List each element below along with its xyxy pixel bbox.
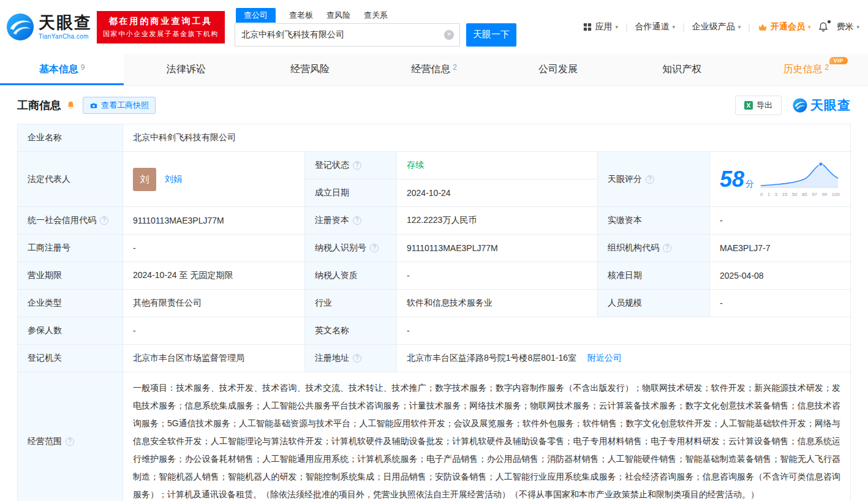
credit-code-label-cell: 统一社会信用代码? [18, 207, 123, 235]
paid-capital-value-cell: - [710, 207, 851, 235]
excel-icon [744, 101, 753, 110]
field-value: 软件和信息技术服务业 [407, 298, 492, 307]
help-icon[interactable]: ? [353, 161, 361, 170]
score-value: 58 [720, 167, 744, 192]
field-label: 行业 [315, 298, 332, 307]
paid-capital-label-cell: 实缴资本 [598, 207, 710, 235]
field-label: 实缴资本 [608, 215, 642, 225]
axis-tick: 50 [792, 192, 798, 197]
chevron-down-icon: ▾ [856, 24, 859, 30]
clear-icon[interactable]: × [444, 30, 454, 40]
help-icon[interactable]: ? [353, 354, 361, 363]
export-button[interactable]: 导出 [735, 96, 782, 115]
company-name-label-cell: 企业名称 [18, 124, 123, 152]
help-icon[interactable]: ? [100, 216, 108, 225]
notification-dot [828, 20, 831, 23]
status-badge: 存续 [407, 160, 424, 170]
bell-icon [818, 21, 829, 32]
brand-domain: TianYanCha.com [39, 33, 92, 40]
field-value: 北京市丰台区市场监督管理局 [133, 353, 244, 363]
tab-company-development[interactable]: 公司发展 [496, 54, 620, 85]
tab-label: 经营风险 [290, 63, 330, 76]
field-label: 法定代表人 [28, 174, 70, 184]
search-tab-company[interactable]: 查公司 [236, 8, 276, 23]
menu-partner[interactable]: 合作通道 ▾ [635, 21, 676, 32]
help-icon[interactable]: ? [646, 175, 654, 184]
reg-address-value-cell: 北京市丰台区益泽路8号院1号楼8层801-16室 附近公司 [397, 345, 851, 372]
score-value-cell[interactable]: 58分 0 1 3 15 [710, 152, 851, 207]
watermark-logo-text: 天眼查 [810, 97, 851, 114]
field-label: 参保人数 [28, 325, 62, 335]
search-tab-relation[interactable]: 查关系 [364, 8, 388, 23]
score-curve-chart: 0 1 3 15 50 85 97 99 100 [760, 161, 840, 197]
promo-banner: 都在用的商业查询工具 国家中小企业发展子基金旗下机构 [97, 11, 225, 43]
company-name: 北京中科剑飞科技有限公司 [133, 132, 236, 142]
search-row: × 天眼一下 [235, 23, 516, 47]
field-label: 天眼评分 [608, 174, 642, 184]
search-input[interactable] [235, 23, 460, 47]
tab-count: 9 [81, 63, 85, 72]
score-label-cell: 天眼评分? [598, 152, 710, 207]
business-scope-value-cell: 一般项目：技术服务、技术开发、技术咨询、技术交流、技术转让、技术推广；数字技术服… [123, 372, 851, 501]
menu-partner-label: 合作通道 [635, 21, 670, 32]
field-label: 企业类型 [28, 298, 62, 307]
tab-intellectual-property[interactable]: 知识产权 [620, 54, 744, 85]
nearby-companies-link[interactable]: 附近公司 [587, 353, 622, 363]
tab-history-info[interactable]: 历史信息 2 VIP [744, 54, 868, 85]
tab-basic-info[interactable]: 基本信息 9 [0, 54, 124, 85]
tab-count: 2 [825, 63, 829, 72]
tianyancha-logo[interactable]: 天眼查 TianYanCha.com [6, 13, 92, 41]
section-bar: 工商信息 查看工商快照 导出 天眼查 [0, 86, 868, 122]
score-axis: 0 1 3 15 50 85 97 99 100 [760, 192, 840, 197]
field-label: 成立日期 [315, 187, 349, 197]
chevron-down-icon: ▾ [738, 24, 741, 30]
help-icon[interactable]: ? [663, 244, 671, 252]
promo-line-2: 国家中小企业发展子基金旗下机构 [103, 29, 219, 39]
menu-enterprise[interactable]: 企业级产品 ▾ [692, 21, 741, 32]
field-label: 纳税人资质 [315, 270, 358, 280]
tab-legal-proceedings[interactable]: 法律诉讼 [124, 54, 247, 85]
company-type-value-cell: 其他有限责任公司 [123, 290, 305, 317]
table-row: 法定代表人 刘 刘娟 登记状态? 存续 天眼评分? 58分 [18, 152, 851, 179]
taxpayer-id-value-cell: 91110113MAE3PLJ77M [397, 235, 598, 262]
business-info-table: 企业名称 北京中科剑飞科技有限公司 法定代表人 刘 刘娟 登记状态? 存续 天眼… [17, 124, 851, 501]
field-value: - [133, 326, 136, 336]
help-icon[interactable]: ? [370, 244, 379, 252]
field-label: 英文名称 [315, 325, 349, 335]
company-name-value-cell: 北京中科剑飞科技有限公司 [123, 124, 851, 152]
tab-operating-risk[interactable]: 经营风险 [248, 54, 372, 85]
search-button[interactable]: 天眼一下 [466, 23, 516, 47]
snapshot-button-label: 查看工商快照 [101, 100, 149, 111]
staff-size-value-cell: - [710, 290, 851, 317]
reg-authority-label-cell: 登记机关 [18, 345, 123, 372]
snapshot-button[interactable]: 查看工商快照 [83, 97, 156, 114]
subscribe-bell-icon[interactable] [66, 100, 75, 110]
field-value: - [720, 216, 723, 225]
field-label: 营业期限 [28, 270, 62, 280]
menu-user[interactable]: 费米 ▾ [836, 21, 859, 32]
field-label: 企业名称 [28, 132, 62, 142]
notification-bell[interactable] [818, 21, 829, 32]
help-icon[interactable]: ? [353, 216, 361, 225]
menu-separator: | [748, 22, 750, 32]
legal-rep-label-cell: 法定代表人 [18, 152, 123, 207]
tianyancha-swirl-icon [6, 13, 34, 41]
menu-vip[interactable]: 开通会员 ▾ [758, 21, 811, 32]
search-tab-boss[interactable]: 查老板 [289, 8, 313, 23]
menu-apps-label: 应用 [595, 21, 612, 32]
legal-rep-value-cell: 刘 刘娟 [123, 152, 305, 207]
score-number-wrap: 58分 [720, 167, 754, 192]
tab-operating-info[interactable]: 经营信息 2 [372, 54, 496, 85]
reg-number-value-cell: - [123, 235, 305, 262]
legal-rep-avatar[interactable]: 刘 [133, 168, 156, 191]
field-value: - [720, 298, 723, 308]
top-menu: 应用 ▾ | 合作通道 ▾ | 企业级产品 ▾ | 开通会员 ▾ 费米 ▾ [583, 21, 859, 32]
legal-rep-link[interactable]: 刘娟 [165, 173, 182, 183]
help-icon[interactable]: ? [66, 437, 74, 446]
menu-apps[interactable]: 应用 ▾ [583, 21, 618, 32]
taxpayer-quals-value-cell: - [397, 262, 598, 290]
chevron-down-icon: ▾ [673, 24, 676, 30]
credit-code-value-cell: 91110113MAE3PLJ77M [123, 207, 305, 235]
search-input-wrap: × [235, 23, 460, 47]
search-tab-risk[interactable]: 查风险 [326, 8, 350, 23]
